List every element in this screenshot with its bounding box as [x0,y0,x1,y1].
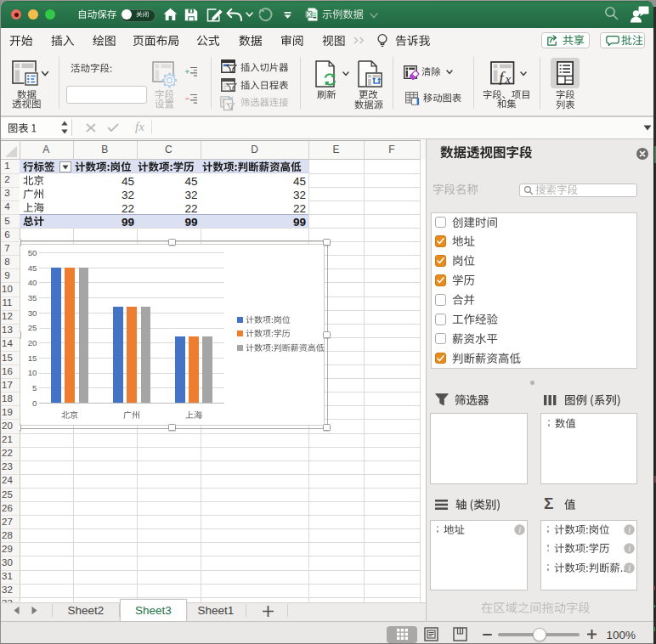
svg-text:i: i [518,525,521,534]
svg-text:i: i [628,563,631,572]
svg-text:i: i [628,525,631,534]
svg-text:x: x [504,72,511,85]
svg-text:i: i [628,545,631,553]
